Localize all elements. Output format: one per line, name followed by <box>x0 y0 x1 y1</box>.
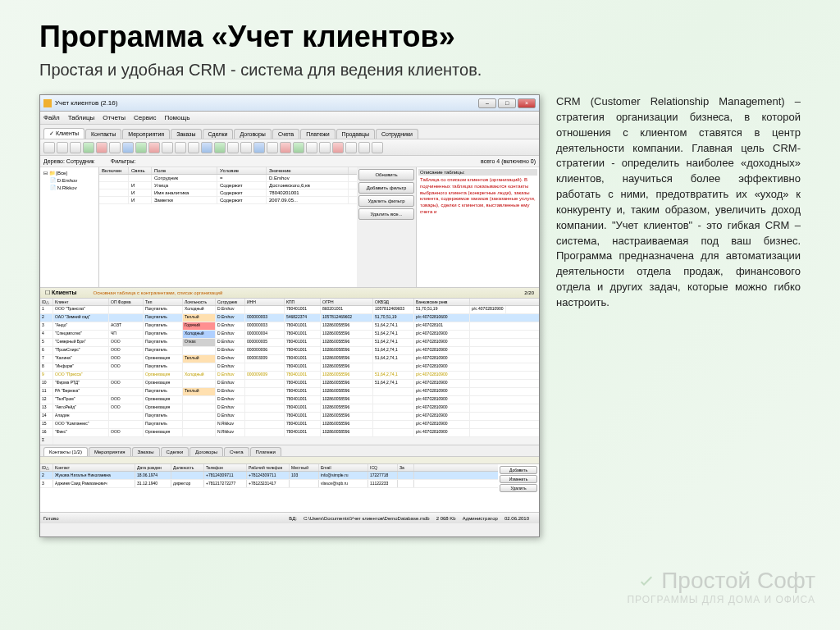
toolbar-button[interactable] <box>175 142 186 153</box>
main-tab[interactable]: Платежи <box>300 129 335 139</box>
table-row[interactable]: 10"Фирма РТД"ООООрганизацияD.Ershov78040… <box>40 380 539 388</box>
main-tab[interactable]: Продавцы <box>336 129 375 139</box>
grid-col-header[interactable]: Банковские рекв <box>414 299 470 305</box>
toolbar-button[interactable] <box>280 142 291 153</box>
detail-tab[interactable]: Заказы <box>132 447 160 456</box>
contacts-col-header[interactable]: ICQ <box>368 464 398 471</box>
main-tab[interactable]: Заказы <box>171 129 201 139</box>
toolbar-button[interactable] <box>162 142 173 153</box>
filter-action-button[interactable]: Добавить фильтр <box>358 182 414 194</box>
toolbar-button[interactable] <box>253 142 265 153</box>
detail-tab[interactable]: Договоры <box>189 447 223 456</box>
clients-grid[interactable]: ID△КлиентОП ФормаТипЛояльностьСотрудникИ… <box>40 299 539 445</box>
toolbar-button[interactable] <box>319 142 331 153</box>
filter-col-header[interactable]: Включен <box>99 167 129 174</box>
contacts-col-header[interactable]: Email <box>319 464 368 471</box>
toolbar-button[interactable] <box>227 142 239 153</box>
table-row[interactable]: 7"Калина"ООООрганизацияТеплыйD.Ershov000… <box>40 355 539 363</box>
contact-action-button[interactable]: Изменить <box>500 475 537 483</box>
toolbar-button[interactable] <box>240 142 252 153</box>
filter-row[interactable]: Сотрудник=D.Ershov <box>99 175 357 182</box>
main-tab[interactable]: Мероприятия <box>122 129 170 139</box>
grid-col-header[interactable]: КПП <box>285 299 321 305</box>
table-row[interactable]: 2ОАО "Зимний сад"ПокупательТеплыйD.Ersho… <box>40 314 539 322</box>
toolbar-button[interactable] <box>214 142 226 153</box>
filter-row[interactable]: ИЗаметкиСодержит2007.09.05... <box>99 197 357 204</box>
contacts-grid[interactable]: ID△КонтактДата рожденДолжностьТелефонРаб… <box>40 464 539 512</box>
grid-col-header[interactable]: ОКВЭД <box>373 299 414 305</box>
grid-col-header[interactable]: Сотрудник <box>216 299 245 305</box>
main-tab[interactable]: Сделки <box>203 129 234 139</box>
filter-row[interactable]: ИУлицаСодержитДостоевского,6,кв <box>99 182 357 189</box>
grid-col-header[interactable]: ID△ <box>40 299 53 305</box>
toolbar-button[interactable] <box>345 142 357 153</box>
main-tab[interactable]: ✓ Клиенты <box>43 128 84 139</box>
grid-col-header[interactable]: Лояльность <box>183 299 216 305</box>
grid-col-header[interactable]: ОП Форма <box>109 299 144 305</box>
table-row[interactable]: 12"ТелПром"ООООрганизацияD.Ershov7804010… <box>40 396 539 404</box>
detail-tab[interactable]: Мероприятия <box>89 447 131 456</box>
toolbar-button[interactable] <box>201 142 212 153</box>
toolbar-button[interactable] <box>70 142 81 153</box>
close-button[interactable]: × <box>518 98 536 108</box>
toolbar-button[interactable] <box>96 142 107 153</box>
table-row[interactable]: 1ООО "Трансгаз"ПокупательХолодныйD.Ersho… <box>40 306 539 314</box>
filter-action-button[interactable]: Обновить <box>358 169 414 180</box>
grid-col-header[interactable]: Клиент <box>53 299 109 305</box>
filter-action-button[interactable]: Удалить все... <box>358 208 414 220</box>
table-row[interactable]: 5"Северный Бри"ОООПокупательОтказD.Ersho… <box>40 339 539 347</box>
filter-col-header[interactable]: Поле <box>152 167 217 174</box>
contact-action-button[interactable]: Добавить <box>500 466 537 474</box>
detail-tab[interactable]: Счета <box>224 447 249 456</box>
minimize-button[interactable]: – <box>478 98 496 108</box>
contacts-col-header[interactable]: ID△ <box>40 464 53 471</box>
table-row[interactable]: 15ООО "Компанекс"ПокупательN.Rikkov78040… <box>40 421 539 429</box>
toolbar-button[interactable] <box>148 142 160 153</box>
grid-col-header[interactable]: ИНН <box>245 299 285 305</box>
table-row[interactable]: 3"Андо"АОЗТПокупательГорячийD.Ershov0000… <box>40 322 539 331</box>
grid-col-header[interactable]: ОГРН <box>321 299 373 305</box>
grid-col-header[interactable]: Тип <box>144 299 183 305</box>
detail-tab[interactable]: Контакты (1/2) <box>43 447 88 456</box>
filter-col-header[interactable]: Условие <box>217 167 267 174</box>
maximize-button[interactable]: □ <box>498 98 516 108</box>
table-row[interactable]: 16"Фикс"ООООрганизацияN.Rikkov7804010011… <box>40 429 539 437</box>
toolbar-button[interactable] <box>188 142 199 153</box>
toolbar-button[interactable] <box>358 142 370 153</box>
table-row[interactable]: 11РА "Березка"ПокупательТеплыйD.Ershov78… <box>40 388 539 396</box>
table-row[interactable]: 13"АвтоРейд"ООООрганизацияD.Ershov780401… <box>40 404 539 413</box>
table-row[interactable]: 14АладинПокупательD.Ershov78040100110286… <box>40 413 539 421</box>
filter-col-header[interactable]: Значение <box>267 167 349 174</box>
contact-row[interactable]: 2Жукова Наталья Николаевна18.06.1974+781… <box>40 472 498 480</box>
tree-root[interactable]: ⊟ 📁 [Все] <box>42 169 97 176</box>
detail-tab[interactable]: Сделки <box>161 447 189 456</box>
employee-tree[interactable]: ⊟ 📁 [Все] 📄 D.Ershov 📄 N.Rikkov <box>40 167 99 287</box>
contact-row[interactable]: 3Аджиев Саид Рамазанович31.12.1940директ… <box>40 480 498 488</box>
table-row[interactable]: 9ООО "Пресса"ОрганизацияХолодныйD.Ershov… <box>40 372 539 380</box>
filter-grid[interactable]: ВключенСвязьПолеУсловиеЗначение Сотрудни… <box>99 167 357 287</box>
contact-action-button[interactable]: Удалить <box>500 484 537 492</box>
contacts-col-header[interactable]: Рабочий телефон <box>247 464 290 471</box>
menu-item[interactable]: Отчеты <box>103 114 126 121</box>
toolbar-button[interactable] <box>332 142 344 153</box>
menu-item[interactable]: Помощь <box>164 114 189 121</box>
toolbar-button[interactable] <box>293 142 304 153</box>
contacts-col-header[interactable]: За <box>398 464 414 471</box>
menu-item[interactable]: Файл <box>43 114 60 121</box>
toolbar-button[interactable] <box>122 142 134 153</box>
contacts-col-header[interactable]: Телефон <box>204 464 247 471</box>
filter-action-button[interactable]: Удалить фильтр <box>358 195 414 207</box>
toolbar-button[interactable] <box>135 142 147 153</box>
contacts-col-header[interactable]: Дата рожден <box>135 464 171 471</box>
tree-item[interactable]: 📄 N.Rikkov <box>42 184 97 191</box>
filter-col-header[interactable]: Связь <box>129 167 152 174</box>
toolbar-button[interactable] <box>267 142 278 153</box>
table-row[interactable]: 6"ПромСпирс"ОООПокупательD.Ershov0000000… <box>40 347 539 355</box>
main-tab[interactable]: Сотрудники <box>376 129 418 139</box>
main-tab[interactable]: Контакты <box>85 129 121 139</box>
filter-row[interactable]: ИИмя аналитикаСодержит78040201001 <box>99 189 357 197</box>
toolbar-button[interactable] <box>372 142 383 153</box>
menu-item[interactable]: Сервис <box>134 114 156 121</box>
contacts-col-header[interactable]: Контакт <box>53 464 135 471</box>
menu-item[interactable]: Таблицы <box>68 114 95 121</box>
